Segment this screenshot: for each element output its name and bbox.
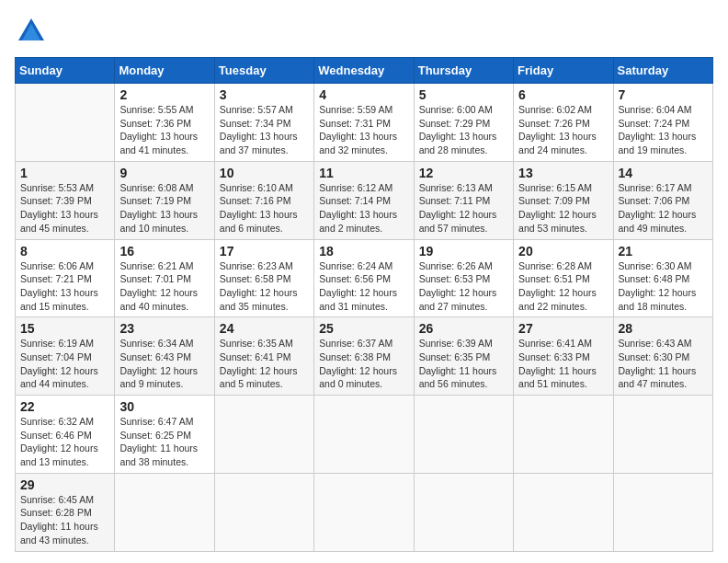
calendar-cell: 22Sunrise: 6:32 AM Sunset: 6:46 PM Dayli… (16, 396, 115, 474)
day-info: Sunrise: 6:19 AM Sunset: 7:04 PM Dayligh… (20, 337, 109, 391)
day-number: 17 (220, 244, 309, 259)
calendar-cell: 4Sunrise: 5:59 AM Sunset: 7:31 PM Daylig… (314, 84, 414, 162)
day-number: 16 (119, 244, 209, 259)
calendar-cell: 25Sunrise: 6:37 AM Sunset: 6:38 PM Dayli… (314, 317, 414, 396)
calendar-cell (16, 84, 115, 162)
day-info: Sunrise: 6:23 AM Sunset: 6:58 PM Dayligh… (220, 259, 309, 314)
calendar-cell: 24Sunrise: 6:35 AM Sunset: 6:41 PM Dayli… (214, 317, 313, 396)
calendar-header-wednesday: Wednesday (314, 58, 414, 84)
calendar-cell: 19Sunrise: 6:26 AM Sunset: 6:53 PM Dayli… (414, 239, 513, 317)
day-info: Sunrise: 6:06 AM Sunset: 7:21 PM Dayligh… (20, 259, 109, 314)
calendar-cell (214, 473, 313, 551)
day-number: 28 (619, 321, 708, 336)
day-number: 2 (119, 87, 209, 102)
calendar-cell: 14Sunrise: 6:17 AM Sunset: 7:06 PM Dayli… (613, 161, 712, 239)
calendar-week-row: 2Sunrise: 5:55 AM Sunset: 7:36 PM Daylig… (16, 84, 713, 162)
day-number: 14 (619, 166, 708, 180)
day-number: 3 (220, 87, 309, 102)
day-number: 19 (419, 244, 508, 259)
calendar-header-tuesday: Tuesday (214, 58, 313, 84)
day-info: Sunrise: 6:17 AM Sunset: 7:06 PM Dayligh… (619, 181, 708, 236)
calendar-cell: 5Sunrise: 6:00 AM Sunset: 7:29 PM Daylig… (414, 84, 513, 162)
calendar-cell (613, 473, 712, 551)
calendar-cell (314, 396, 414, 474)
day-info: Sunrise: 6:35 AM Sunset: 6:41 PM Dayligh… (220, 337, 309, 391)
day-number: 1 (20, 166, 109, 180)
day-number: 25 (319, 321, 408, 336)
calendar-cell: 11Sunrise: 6:12 AM Sunset: 7:14 PM Dayli… (314, 161, 414, 239)
day-number: 23 (119, 321, 209, 336)
day-info: Sunrise: 6:12 AM Sunset: 7:14 PM Dayligh… (319, 181, 408, 236)
calendar-week-row: 1Sunrise: 5:53 AM Sunset: 7:39 PM Daylig… (16, 161, 713, 239)
calendar-header-thursday: Thursday (414, 58, 513, 84)
calendar-header-row: SundayMondayTuesdayWednesdayThursdayFrid… (16, 58, 713, 84)
day-number: 5 (419, 87, 508, 102)
day-number: 27 (518, 321, 608, 336)
calendar-cell: 17Sunrise: 6:23 AM Sunset: 6:58 PM Dayli… (214, 239, 313, 317)
day-number: 15 (20, 321, 109, 336)
day-number: 11 (319, 166, 408, 180)
day-info: Sunrise: 5:53 AM Sunset: 7:39 PM Dayligh… (20, 181, 109, 236)
day-number: 4 (319, 87, 408, 102)
day-info: Sunrise: 6:00 AM Sunset: 7:29 PM Dayligh… (419, 103, 508, 157)
day-info: Sunrise: 5:57 AM Sunset: 7:34 PM Dayligh… (220, 103, 309, 157)
day-number: 9 (119, 166, 209, 180)
day-info: Sunrise: 6:30 AM Sunset: 6:48 PM Dayligh… (619, 259, 708, 314)
day-info: Sunrise: 5:59 AM Sunset: 7:31 PM Dayligh… (319, 103, 408, 157)
day-number: 10 (220, 166, 309, 180)
day-info: Sunrise: 6:34 AM Sunset: 6:43 PM Dayligh… (119, 337, 209, 391)
calendar-cell: 18Sunrise: 6:24 AM Sunset: 6:56 PM Dayli… (314, 239, 414, 317)
day-info: Sunrise: 6:10 AM Sunset: 7:16 PM Dayligh… (220, 181, 309, 236)
day-number: 22 (20, 399, 109, 414)
calendar-cell: 29Sunrise: 6:45 AM Sunset: 6:28 PM Dayli… (16, 473, 115, 551)
calendar-week-row: 8Sunrise: 6:06 AM Sunset: 7:21 PM Daylig… (16, 239, 713, 317)
calendar-cell: 3Sunrise: 5:57 AM Sunset: 7:34 PM Daylig… (214, 84, 313, 162)
logo (15, 15, 51, 48)
day-info: Sunrise: 6:39 AM Sunset: 6:35 PM Dayligh… (419, 337, 508, 391)
day-info: Sunrise: 6:21 AM Sunset: 7:01 PM Dayligh… (119, 259, 209, 314)
day-info: Sunrise: 5:55 AM Sunset: 7:36 PM Dayligh… (119, 103, 209, 157)
calendar-cell: 30Sunrise: 6:47 AM Sunset: 6:25 PM Dayli… (115, 396, 214, 474)
calendar-header-friday: Friday (514, 58, 613, 84)
day-info: Sunrise: 6:08 AM Sunset: 7:19 PM Dayligh… (119, 181, 209, 236)
day-number: 26 (419, 321, 508, 336)
calendar-week-row: 22Sunrise: 6:32 AM Sunset: 6:46 PM Dayli… (16, 396, 713, 474)
day-info: Sunrise: 6:47 AM Sunset: 6:25 PM Dayligh… (119, 415, 209, 469)
calendar-header-saturday: Saturday (613, 58, 712, 84)
day-number: 20 (518, 244, 608, 259)
day-number: 8 (20, 244, 109, 259)
day-number: 30 (119, 399, 209, 414)
calendar-cell: 12Sunrise: 6:13 AM Sunset: 7:11 PM Dayli… (414, 161, 513, 239)
calendar-cell (414, 396, 513, 474)
calendar-header-sunday: Sunday (16, 58, 115, 84)
day-number: 18 (319, 244, 408, 259)
calendar-cell: 1Sunrise: 5:53 AM Sunset: 7:39 PM Daylig… (16, 161, 115, 239)
day-number: 7 (619, 87, 708, 102)
day-number: 13 (518, 166, 608, 180)
calendar-cell: 6Sunrise: 6:02 AM Sunset: 7:26 PM Daylig… (514, 84, 613, 162)
logo-icon (15, 15, 48, 48)
calendar-cell: 8Sunrise: 6:06 AM Sunset: 7:21 PM Daylig… (16, 239, 115, 317)
calendar-cell: 27Sunrise: 6:41 AM Sunset: 6:33 PM Dayli… (514, 317, 613, 396)
calendar-cell (214, 396, 313, 474)
page-header (15, 15, 713, 48)
day-number: 24 (220, 321, 309, 336)
calendar-cell: 23Sunrise: 6:34 AM Sunset: 6:43 PM Dayli… (115, 317, 214, 396)
calendar-cell: 13Sunrise: 6:15 AM Sunset: 7:09 PM Dayli… (514, 161, 613, 239)
day-info: Sunrise: 6:15 AM Sunset: 7:09 PM Dayligh… (518, 181, 608, 236)
calendar-cell (514, 473, 613, 551)
calendar-header-monday: Monday (115, 58, 214, 84)
calendar-cell: 2Sunrise: 5:55 AM Sunset: 7:36 PM Daylig… (115, 84, 214, 162)
calendar-week-row: 29Sunrise: 6:45 AM Sunset: 6:28 PM Dayli… (16, 473, 713, 551)
calendar-cell (414, 473, 513, 551)
calendar-cell: 7Sunrise: 6:04 AM Sunset: 7:24 PM Daylig… (613, 84, 712, 162)
day-number: 6 (518, 87, 608, 102)
calendar-cell (514, 396, 613, 474)
calendar-week-row: 15Sunrise: 6:19 AM Sunset: 7:04 PM Dayli… (16, 317, 713, 396)
calendar-table: SundayMondayTuesdayWednesdayThursdayFrid… (15, 57, 713, 552)
day-info: Sunrise: 6:24 AM Sunset: 6:56 PM Dayligh… (319, 259, 408, 314)
day-info: Sunrise: 6:28 AM Sunset: 6:51 PM Dayligh… (518, 259, 608, 314)
calendar-cell (115, 473, 214, 551)
calendar-cell (613, 396, 712, 474)
calendar-cell: 16Sunrise: 6:21 AM Sunset: 7:01 PM Dayli… (115, 239, 214, 317)
